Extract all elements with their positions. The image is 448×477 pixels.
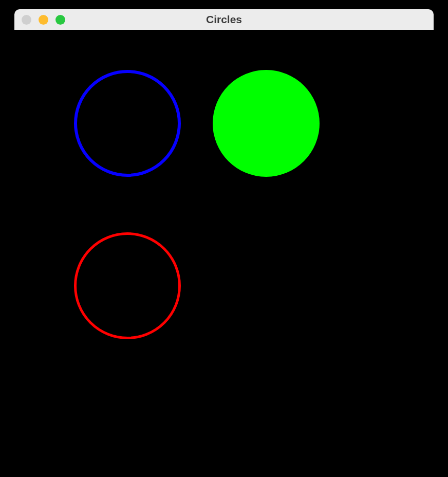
- maximize-button[interactable]: [55, 15, 65, 25]
- minimize-button[interactable]: [39, 15, 48, 25]
- red-circle: [74, 232, 181, 339]
- app-window: Circles: [0, 0, 448, 477]
- traffic-lights: [22, 15, 65, 25]
- titlebar[interactable]: Circles: [14, 9, 434, 30]
- blue-circle: [74, 70, 181, 177]
- close-button[interactable]: [22, 15, 31, 25]
- green-circle: [213, 70, 320, 177]
- window-title: Circles: [14, 13, 434, 26]
- drawing-canvas[interactable]: [14, 30, 434, 468]
